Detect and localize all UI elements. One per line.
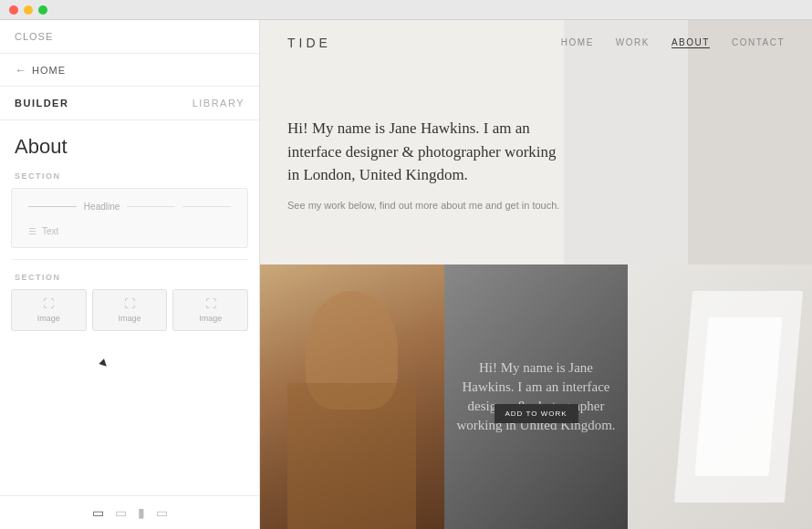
section-1-preview[interactable]: Headline ☰ Text xyxy=(11,188,248,248)
home-nav-label: HOME xyxy=(32,65,66,76)
close-label: CLOSE xyxy=(15,31,53,42)
image-label-1: Image xyxy=(37,314,60,323)
site-nav-links: HOME WORK ABOUT CONTACT xyxy=(561,37,785,48)
left-panel: CLOSE ← HOME BUILDER LIBRARY About SECTI… xyxy=(0,20,260,529)
headline-line-left xyxy=(28,206,77,207)
hero-subtext: See my work below, find out more about m… xyxy=(287,198,561,214)
page-title: About xyxy=(15,135,68,159)
image-icon-3: ⛶ xyxy=(205,297,216,310)
nav-work[interactable]: WORK xyxy=(616,37,650,48)
headline-line-right xyxy=(127,206,175,207)
site-nav: TIDE HOME WORK ABOUT CONTACT xyxy=(260,20,812,66)
gallery-item-2: Hi! My name is Jane Hawkins. I am an int… xyxy=(444,264,629,529)
section-images-row: ⛶ Image ⛶ Image ⛶ Image xyxy=(11,289,248,331)
image-icon-1: ⛶ xyxy=(43,297,54,310)
page-title-section: About xyxy=(0,120,259,166)
title-bar xyxy=(0,0,812,20)
gallery-photo-3 xyxy=(628,264,812,529)
nav-contact[interactable]: CONTACT xyxy=(732,37,785,48)
section-2-label: SECTION xyxy=(0,267,259,285)
text-label: Text xyxy=(42,226,58,236)
text-icon: ☰ xyxy=(28,226,36,236)
gallery-text-overlay: Hi! My name is Jane Hawkins. I am an int… xyxy=(444,264,629,529)
library-button[interactable]: LIBRARY xyxy=(193,98,245,109)
nav-about[interactable]: ABOUT xyxy=(671,37,710,48)
add-to-work-button[interactable]: ADD TO WORK xyxy=(494,404,578,423)
builder-label: BUILDER xyxy=(15,98,68,109)
headline-line-far-right xyxy=(182,206,231,207)
text-row: ☰ Text xyxy=(21,223,238,240)
device-bar: ▭ ▭ ▮ ▭ xyxy=(0,495,259,529)
gallery-photo-2: Hi! My name is Jane Hawkins. I am an int… xyxy=(444,264,629,529)
close-button[interactable] xyxy=(9,5,18,15)
mobile-landscape-icon[interactable]: ▭ xyxy=(156,505,168,520)
image-block-3[interactable]: ⛶ Image xyxy=(172,289,248,331)
image-icon-2: ⛶ xyxy=(124,297,135,310)
back-arrow-icon: ← xyxy=(15,63,26,77)
home-nav[interactable]: ← HOME xyxy=(0,54,259,87)
website-mockup: TIDE HOME WORK ABOUT CONTACT Hi! My name… xyxy=(260,20,812,529)
tablet-icon[interactable]: ▭ xyxy=(115,505,127,520)
site-logo: TIDE xyxy=(287,36,331,50)
headline-row: Headline xyxy=(21,196,238,217)
image-block-1[interactable]: ⛶ Image xyxy=(11,289,87,331)
main-layout: CLOSE ← HOME BUILDER LIBRARY About SECTI… xyxy=(0,20,812,529)
person-body xyxy=(287,383,416,529)
minimize-button[interactable] xyxy=(24,5,33,15)
image-label-2: Image xyxy=(119,314,141,323)
gallery-photo-1 xyxy=(260,264,444,529)
gallery-item-1 xyxy=(260,264,444,529)
headline-label: Headline xyxy=(84,202,120,212)
right-panel: TIDE HOME WORK ABOUT CONTACT Hi! My name… xyxy=(260,20,812,529)
nav-home[interactable]: HOME xyxy=(561,37,594,48)
gallery-item-3 xyxy=(628,264,812,529)
mobile-portrait-icon[interactable]: ▮ xyxy=(138,505,145,520)
white-shape-2 xyxy=(694,317,782,476)
section-1-label: SECTION xyxy=(0,166,259,184)
close-bar[interactable]: CLOSE xyxy=(0,20,259,54)
hero-heading: Hi! My name is Jane Hawkins. I am an int… xyxy=(287,117,561,187)
builder-header: BUILDER LIBRARY xyxy=(0,87,259,120)
desktop-icon[interactable]: ▭ xyxy=(92,505,104,520)
gallery-section: Hi! My name is Jane Hawkins. I am an int… xyxy=(260,264,812,529)
image-block-2[interactable]: ⛶ Image xyxy=(92,289,168,331)
maximize-button[interactable] xyxy=(38,5,47,15)
gallery-overlay-text: Hi! My name is Jane Hawkins. I am an int… xyxy=(453,358,619,435)
cursor xyxy=(100,360,108,368)
hero-content: Hi! My name is Jane Hawkins. I am an int… xyxy=(287,117,561,213)
image-label-3: Image xyxy=(199,314,222,323)
panel-divider xyxy=(11,259,248,260)
